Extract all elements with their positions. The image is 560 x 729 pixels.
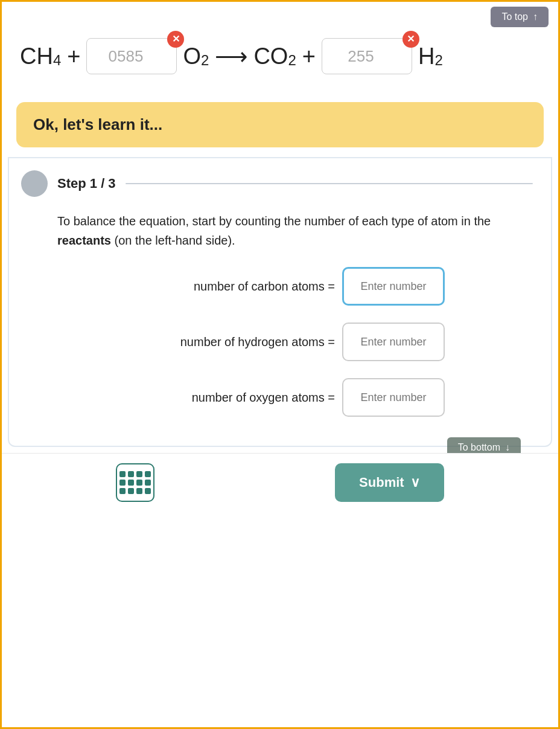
top-bar: To top ↑ — [2, 2, 558, 32]
step-title: Step 1 / 3 — [57, 176, 116, 191]
learn-banner-text: Ok, let's learn it... — [33, 115, 162, 133]
dots-grid-icon — [119, 471, 151, 494]
step-body: To balance the equation, start by counti… — [21, 211, 533, 417]
up-arrow-icon: ↑ — [533, 11, 538, 22]
step-line — [126, 183, 533, 184]
product2-label: H2 — [418, 45, 443, 68]
reactant2-sub: 2 — [201, 53, 209, 68]
product-input-wrapper-1: ✕ — [322, 38, 412, 74]
equation-section: CH4 + ✕ O2 ⟶ CO2 + ✕ H2 — [2, 32, 558, 92]
plus1-symbol: + — [67, 43, 80, 69]
oxygen-input[interactable] — [342, 378, 445, 417]
plus2-symbol: + — [302, 43, 316, 69]
hydrogen-label: number of hydrogen atoms = — [57, 332, 335, 352]
learn-banner: Ok, let's learn it... — [16, 102, 544, 147]
oxygen-atom-row: number of oxygen atoms = — [57, 378, 533, 417]
close-product-1-button[interactable]: ✕ — [402, 31, 419, 48]
oxygen-label: number of oxygen atoms = — [57, 388, 335, 407]
step-header: Step 1 / 3 — [21, 170, 533, 197]
step-circle — [21, 170, 48, 197]
product1-sub: 2 — [288, 53, 296, 68]
carbon-input[interactable] — [342, 267, 445, 306]
carbon-label: number of carbon atoms = — [57, 277, 335, 296]
steps-section: Step 1 / 3 To balance the equation, star… — [8, 157, 552, 447]
reactant1-label: CH4 — [20, 45, 61, 68]
bottom-bar: Submit ∨ — [2, 453, 558, 512]
to-bottom-label: To bottom — [458, 442, 500, 453]
product2-sub: 2 — [434, 53, 442, 68]
to-top-button[interactable]: To top ↑ — [491, 7, 549, 27]
description-text-2: (on the left-hand side). — [111, 234, 235, 247]
keyboard-icon-button[interactable] — [116, 463, 154, 502]
arrow-symbol: ⟶ — [215, 43, 247, 69]
product1-label: CO2 — [253, 45, 296, 68]
hydrogen-input[interactable] — [342, 323, 445, 361]
submit-button[interactable]: Submit ∨ — [335, 463, 444, 502]
hydrogen-atom-row: number of hydrogen atoms = — [57, 323, 533, 361]
submit-label: Submit — [359, 475, 404, 490]
reactant1-sub: 4 — [53, 53, 61, 68]
reactants-bold: reactants — [57, 234, 111, 247]
description-text-1: To balance the equation, start by counti… — [57, 214, 491, 228]
submit-chevron-icon: ∨ — [410, 475, 420, 490]
carbon-atom-row: number of carbon atoms = — [57, 267, 533, 306]
down-arrow-icon: ↓ — [505, 442, 510, 453]
close-reactant-1-button[interactable]: ✕ — [167, 31, 184, 48]
reactant-input-1[interactable] — [86, 38, 177, 74]
reactant-input-wrapper-1: ✕ — [86, 38, 177, 74]
step-description: To balance the equation, start by counti… — [57, 211, 533, 250]
reactant2-label: O2 — [183, 45, 209, 68]
to-top-label: To top — [501, 11, 528, 22]
product-input-1[interactable] — [322, 38, 412, 74]
